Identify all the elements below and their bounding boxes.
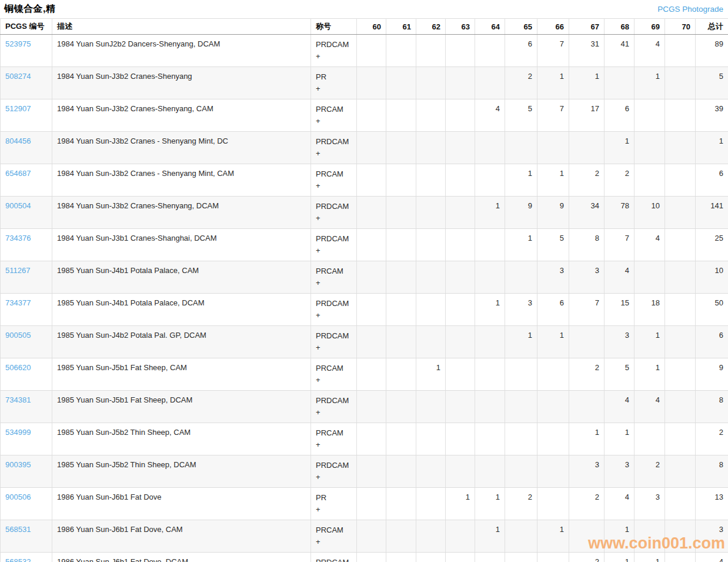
column-header-68: 68	[605, 19, 635, 35]
coin-description: 1986 Yuan Sun-J6b1 Fat Dove	[52, 488, 311, 520]
grade-65-count: 5	[505, 99, 537, 132]
designation-plus: +	[316, 245, 352, 257]
grade-67-count	[569, 132, 605, 164]
grade-61-count	[386, 294, 416, 326]
grade-68-count: 78	[605, 197, 635, 229]
grade-61-count	[386, 520, 416, 553]
grade-66-count	[537, 391, 569, 423]
pcgs-number-link[interactable]: 534999	[5, 428, 31, 437]
designation-cell: PRDCAM+	[311, 229, 357, 261]
coin-description: 1984 Yuan Sun-J3b2 Cranes - Shenyang Min…	[52, 132, 311, 164]
column-header-67: 67	[569, 19, 605, 35]
pcgs-number-link[interactable]: 568531	[5, 525, 31, 534]
grade-63-count	[446, 164, 475, 197]
top-bar: 铜镍合金,精 PCGS Photograde	[0, 0, 728, 18]
designation-label: PRDCAM	[316, 233, 352, 245]
coin-description: 1984 Yuan Sun-J3b2 Cranes - Shenyang Min…	[52, 164, 311, 197]
total-count: 4	[696, 553, 728, 562]
pcgs-number-link[interactable]: 511267	[5, 266, 30, 275]
grade-69-count	[635, 99, 665, 132]
pcgs-number-link[interactable]: 900505	[5, 331, 31, 340]
designation-plus: +	[316, 148, 352, 159]
pcgs-number-link[interactable]: 734376	[5, 234, 31, 242]
grade-60-count	[357, 294, 386, 326]
coin-description: 1985 Yuan Sun-J5b2 Thin Sheep, DCAM	[52, 455, 311, 488]
grade-60-count	[357, 197, 386, 229]
grade-62-count	[416, 455, 446, 488]
pcgs-number-link[interactable]: 804456	[5, 137, 31, 145]
grade-66-count: 6	[537, 294, 569, 326]
grade-70-count	[665, 261, 696, 294]
grade-66-count	[537, 132, 569, 164]
grade-69-count	[635, 520, 665, 553]
grade-66-count	[537, 455, 569, 488]
designation-label: PRCAM	[316, 168, 352, 180]
pcgs-photograde-link[interactable]: PCGS Photograde	[657, 5, 723, 14]
grade-64-count	[475, 326, 505, 358]
designation-label: PR	[316, 492, 352, 504]
grade-61-count	[386, 261, 416, 294]
grade-69-count: 4	[635, 391, 665, 423]
grade-67-count: 8	[569, 229, 605, 261]
pcgs-number-link[interactable]: 900395	[5, 460, 31, 469]
total-count: 3	[696, 520, 728, 553]
designation-cell: PRDCAM+	[311, 197, 357, 229]
grade-61-count	[386, 488, 416, 520]
grade-60-count	[357, 423, 386, 455]
designation-cell: PRCAM+	[311, 423, 357, 455]
grade-60-count	[357, 391, 386, 423]
pcgs-number-link[interactable]: 900506	[5, 493, 31, 501]
grade-66-count: 1	[537, 326, 569, 358]
grade-67-count: 2	[569, 358, 605, 391]
pcgs-number-link[interactable]: 900504	[5, 201, 31, 210]
table-row: 5112671985 Yuan Sun-J4b1 Potala Palace, …	[1, 261, 728, 294]
table-row: 5685311986 Yuan Sun-J6b1 Fat Dove, CAMPR…	[1, 520, 728, 553]
total-count: 39	[696, 99, 728, 132]
grade-63-count	[446, 391, 475, 423]
grade-60-count	[357, 520, 386, 553]
designation-plus: +	[316, 439, 352, 451]
pcgs-number-link[interactable]: 654687	[5, 169, 31, 178]
pcgs-number-link[interactable]: 506620	[5, 363, 31, 372]
designation-plus: +	[316, 310, 352, 321]
coin-description: 1985 Yuan Sun-J4b1 Potala Palace, DCAM	[52, 294, 311, 326]
column-header-61: 61	[386, 19, 416, 35]
table-row: 9005051985 Yuan Sun-J4b2 Potala Pal. GP,…	[1, 326, 728, 358]
grade-60-count	[357, 99, 386, 132]
table-row: 7343811985 Yuan Sun-J5b1 Fat Sheep, DCAM…	[1, 391, 728, 423]
pcgs-number-link[interactable]: 734381	[5, 395, 31, 404]
grade-68-count: 4	[605, 261, 635, 294]
grade-65-count: 6	[505, 35, 537, 67]
grade-63-count	[446, 132, 475, 164]
designation-cell: PRDCAM+	[311, 294, 357, 326]
designation-cell: PRCAM+	[311, 261, 357, 294]
grade-62-count	[416, 423, 446, 455]
grade-66-count: 5	[537, 229, 569, 261]
designation-cell: PR+	[311, 488, 357, 520]
coin-description: 1986 Yuan Sun-J6b1 Fat Dove, DCAM	[52, 553, 311, 562]
grade-64-count: 1	[475, 197, 505, 229]
designation-cell: PRCAM+	[311, 358, 357, 391]
pcgs-number-link[interactable]: 512907	[5, 104, 31, 113]
pcgs-number-link[interactable]: 523975	[5, 39, 31, 48]
grade-67-count: 3	[569, 455, 605, 488]
grade-60-count	[357, 164, 386, 197]
designation-plus: +	[316, 342, 352, 354]
table-row: 5349991985 Yuan Sun-J5b2 Thin Sheep, CAM…	[1, 423, 728, 455]
grade-70-count	[665, 455, 696, 488]
grade-69-count: 1	[635, 553, 665, 562]
grade-63-count	[446, 553, 475, 562]
pcgs-number-link[interactable]: 734377	[5, 298, 31, 307]
coin-description: 1985 Yuan Sun-J5b1 Fat Sheep, DCAM	[52, 391, 311, 423]
grade-70-count	[665, 294, 696, 326]
grade-63-count	[446, 423, 475, 455]
grade-69-count: 1	[635, 326, 665, 358]
grade-67-count: 2	[569, 553, 605, 562]
pcgs-number-link[interactable]: 568532	[5, 557, 31, 562]
grade-69-count: 3	[635, 488, 665, 520]
grade-64-count	[475, 229, 505, 261]
grade-68-count: 3	[605, 326, 635, 358]
pcgs-number-link[interactable]: 508274	[5, 72, 31, 81]
column-header-64: 64	[475, 19, 505, 35]
designation-plus: +	[316, 536, 352, 548]
